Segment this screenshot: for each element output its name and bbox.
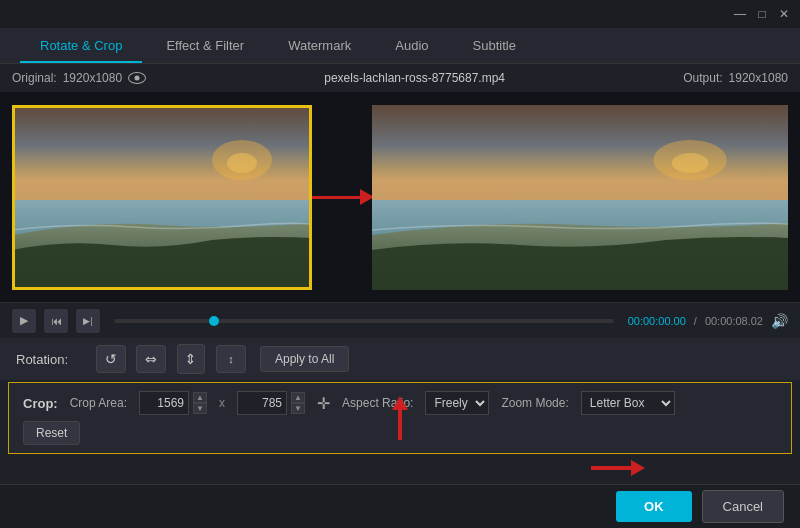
bottom-section	[0, 456, 800, 484]
height-input[interactable]	[237, 391, 287, 415]
tab-rotate-crop[interactable]: Rotate & Crop	[20, 30, 142, 63]
svg-rect-0	[12, 105, 312, 205]
tab-effect-filter[interactable]: Effect & Filter	[146, 30, 264, 63]
rotation-section: Rotation: ↺ ⇔ ⇔ ↕ Apply to All	[0, 338, 800, 380]
width-spin-up[interactable]: ▲	[193, 392, 207, 403]
svg-rect-3	[12, 200, 312, 250]
filename: pexels-lachlan-ross-8775687.mp4	[324, 71, 505, 85]
prev-frame-button[interactable]: ⏮	[44, 309, 68, 333]
height-spin-up[interactable]: ▲	[291, 392, 305, 403]
title-bar: — □ ✕	[0, 0, 800, 28]
time-separator: /	[694, 315, 697, 327]
close-button[interactable]: ✕	[776, 6, 792, 22]
x-separator: x	[219, 396, 225, 410]
zoom-mode-select[interactable]: Letter Box Pan & Scan Full	[581, 391, 675, 415]
crop-area-label: Crop Area:	[70, 396, 127, 410]
aspect-ratio-select[interactable]: Freely 16:9 4:3 1:1	[425, 391, 489, 415]
mirror-horizontal-button[interactable]: ⇔	[136, 345, 166, 373]
minimize-button[interactable]: —	[732, 6, 748, 22]
svg-rect-4	[372, 105, 788, 205]
original-label: Original:	[12, 71, 57, 85]
output-label: Output:	[683, 71, 722, 85]
apply-to-all-button[interactable]: Apply to All	[260, 346, 349, 372]
right-arrow-indicator	[591, 460, 645, 476]
rotate-right-button[interactable]: ↕	[216, 345, 246, 373]
tab-watermark[interactable]: Watermark	[268, 30, 371, 63]
video-frame-left	[12, 105, 312, 290]
height-spin-down[interactable]: ▼	[291, 403, 305, 414]
rotation-label: Rotation:	[16, 352, 86, 367]
width-input-group: ▲ ▼	[139, 391, 207, 415]
eye-icon[interactable]	[128, 72, 146, 84]
svg-point-6	[672, 153, 709, 173]
cancel-button[interactable]: Cancel	[702, 490, 784, 523]
width-spin-down[interactable]: ▼	[193, 403, 207, 414]
svg-rect-7	[372, 200, 788, 250]
arrow-separator	[322, 189, 362, 205]
output-resolution: 1920x1080	[729, 71, 788, 85]
preview-area	[0, 92, 800, 302]
height-input-group: ▲ ▼	[237, 391, 305, 415]
progress-slider[interactable]	[114, 319, 614, 323]
progress-thumb	[209, 316, 219, 326]
svg-point-2	[227, 153, 257, 173]
preview-left	[12, 105, 312, 290]
video-frame-right	[372, 105, 788, 290]
crop-label: Crop:	[23, 396, 58, 411]
zoom-mode-label: Zoom Mode:	[501, 396, 568, 410]
time-current: 00:00:00.00	[628, 315, 686, 327]
up-arrow-indicator	[392, 396, 408, 440]
footer-bar: OK Cancel	[0, 484, 800, 528]
width-input[interactable]	[139, 391, 189, 415]
tab-bar: Rotate & Crop Effect & Filter Watermark …	[0, 28, 800, 64]
maximize-button[interactable]: □	[754, 6, 770, 22]
controls-bar: ▶ ⏮ ▶| 00:00:00.00 / 00:00:08.02 🔊	[0, 302, 800, 338]
ok-button[interactable]: OK	[616, 491, 692, 522]
reset-button[interactable]: Reset	[23, 421, 80, 445]
preview-right	[372, 105, 788, 290]
time-total: 00:00:08.02	[705, 315, 763, 327]
original-resolution: 1920x1080	[63, 71, 122, 85]
play-button[interactable]: ▶	[12, 309, 36, 333]
volume-icon[interactable]: 🔊	[771, 313, 788, 329]
flip-vertical-button[interactable]: ⇔	[177, 344, 205, 374]
tab-subtitle[interactable]: Subtitle	[453, 30, 536, 63]
svg-point-1	[212, 140, 272, 180]
next-frame-button[interactable]: ▶|	[76, 309, 100, 333]
tab-audio[interactable]: Audio	[375, 30, 448, 63]
rotate-left-button[interactable]: ↺	[96, 345, 126, 373]
svg-point-5	[653, 140, 726, 180]
center-crop-icon[interactable]: ✛	[317, 394, 330, 413]
info-bar: Original: 1920x1080 pexels-lachlan-ross-…	[0, 64, 800, 92]
